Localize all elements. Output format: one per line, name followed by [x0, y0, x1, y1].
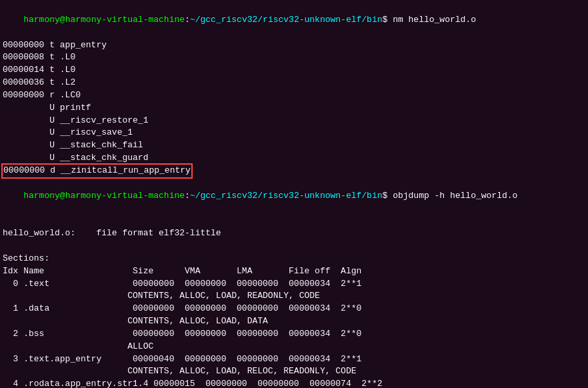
command-text-2: objdump -h hello_world.o [387, 191, 517, 201]
blank-2 [3, 240, 585, 253]
command-line-2: harmony@harmony-virtual-machine:~/gcc_ri… [3, 177, 585, 215]
sym-line-2: 00000008 t .L0 [3, 51, 585, 64]
sym-line-1: 00000000 t app_entry [3, 39, 585, 52]
section-1a: 1 .data 00000000 00000000 00000000 00000… [3, 303, 585, 315]
section-3b: CONTENTS, ALLOC, LOAD, RELOC, READONLY, … [3, 365, 585, 378]
section-0b: CONTENTS, ALLOC, LOAD, READONLY, CODE [3, 290, 585, 303]
prompt-user-2: harmony@harmony-virtual-machine [23, 191, 185, 201]
sym-line-5: 00000000 r .LC0 [3, 89, 585, 102]
sym-line-9: U __stack_chk_fail [3, 139, 585, 152]
sym-line-7: U __riscv_restore_1 [3, 115, 585, 127]
section-2a: 2 .bss 00000000 00000000 00000000 000000… [3, 328, 585, 341]
command-line-1: harmony@harmony-virtual-machine:~/gcc_ri… [3, 1, 585, 39]
prompt-user-1: harmony@harmony-virtual-machine [23, 15, 185, 25]
prompt-path-2: ~/gcc_riscv32/riscv32-unknown-elf/bin [190, 191, 383, 201]
section-1b: CONTENTS, ALLOC, LOAD, DATA [3, 315, 585, 328]
sym-line-3: 00000014 t .L0 [3, 64, 585, 77]
file-format-line: hello_world.o: file format elf32-little [3, 227, 585, 240]
section-4a: 4 .rodata.app_entry.str1.4 00000015 0000… [3, 378, 585, 388]
sym-line-6: U printf [3, 102, 585, 115]
prompt-separator-1: : [185, 15, 190, 25]
section-3a: 3 .text.app_entry 00000040 00000000 0000… [3, 353, 585, 366]
sections-label: Sections: [3, 253, 585, 265]
prompt-path-1: ~/gcc_riscv32/riscv32-unknown-elf/bin [190, 15, 383, 25]
command-text-1: nm hello_world.o [387, 15, 476, 25]
section-0a: 0 .text 00000000 00000000 00000000 00000… [3, 278, 585, 291]
terminal: harmony@harmony-virtual-machine:~/gcc_ri… [0, 0, 588, 388]
sym-line-10: U __stack_chk_guard [3, 152, 585, 165]
prompt-separator-2: : [185, 191, 190, 201]
section-2b: ALLOC [3, 341, 585, 353]
sections-header: Idx Name Size VMA LMA File off Algn [3, 265, 585, 278]
sym-line-11-highlighted: 00000000 d __zinitcall_run_app_entry [3, 165, 191, 177]
sym-line-8: U __riscv_save_1 [3, 127, 585, 139]
blank-1 [3, 215, 585, 227]
sym-line-4: 00000036 t .L2 [3, 77, 585, 89]
